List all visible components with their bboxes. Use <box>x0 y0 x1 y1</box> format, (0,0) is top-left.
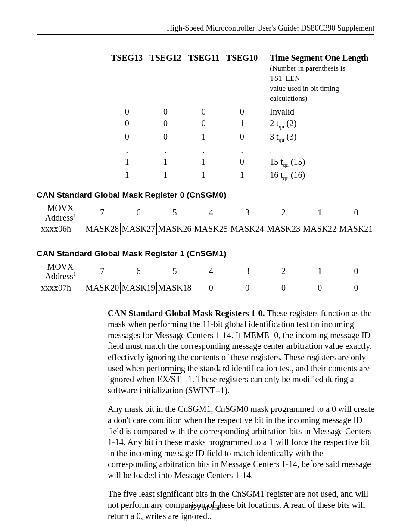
sgm1-table: MOVX Address1 7 6 5 4 3 2 1 0 xxxx07h MA… <box>37 261 374 294</box>
sgm1-cell-2: 0 <box>265 282 302 294</box>
bit-2: 2 <box>265 261 302 282</box>
col-tseg10: TSEG10 <box>223 53 261 106</box>
col-tseg13: TSEG13 <box>108 53 146 106</box>
tseg-cell: 1 <box>185 169 223 183</box>
sgm0-cell-2: MASK23 <box>265 223 302 235</box>
tseg-cell: . <box>146 144 184 156</box>
bit-5: 5 <box>157 261 193 282</box>
tseg-desc: 2 tqu (2) <box>261 118 374 131</box>
sgm0-title: CAN Standard Global Mask Register 0 (CnS… <box>37 190 374 200</box>
desc-sub2: value used in bit timing calculations) <box>270 84 339 103</box>
tseg-desc: 16 tqu (16) <box>261 169 374 183</box>
sgm0-cell-5: MASK26 <box>157 223 193 235</box>
sgm1-address: xxxx07h <box>37 282 84 294</box>
bit-2: 2 <box>265 202 302 223</box>
bit-1: 1 <box>302 261 338 282</box>
sgm0-cell-1: MASK22 <box>302 223 338 235</box>
tseg-cell: 1 <box>146 156 184 169</box>
para-1: CAN Standard Global Mask Registers 1-0. … <box>108 308 374 396</box>
tseg-cell: 0 <box>185 118 223 131</box>
sgm1-cell-1: 0 <box>302 282 338 294</box>
page-footer: 127 of 158 <box>0 504 411 512</box>
tseg-desc: Invalid <box>261 106 374 118</box>
sgm1-cell-4: 0 <box>193 282 229 294</box>
tseg-cell: 1 <box>223 118 261 131</box>
tseg-cell: 0 <box>223 156 261 169</box>
sgm0-movx: MOVX Address1 <box>37 202 84 223</box>
col-tseg11: TSEG11 <box>185 53 223 106</box>
tseg-cell: 0 <box>185 106 223 118</box>
sgm0-cell-4: MASK25 <box>193 223 229 235</box>
col-tseg12: TSEG12 <box>146 53 184 106</box>
tseg-cell: 0 <box>223 131 261 144</box>
col-desc: Time Segment One Length (Number in paren… <box>261 53 374 106</box>
sgm0-cell-0: MASK21 <box>338 223 374 235</box>
bit-0: 0 <box>338 202 374 223</box>
tseg-cell: 0 <box>146 106 184 118</box>
sgm0-cell-3: MASK24 <box>229 223 265 235</box>
running-header: High-Speed Microcontroller User's Guide:… <box>37 24 374 35</box>
bit-7: 7 <box>84 202 120 223</box>
sgm1-title: CAN Standard Global Mask Register 1 (CnS… <box>37 249 374 258</box>
tseg-cell: 0 <box>108 118 146 131</box>
tseg-cell: . <box>108 144 146 156</box>
tseg-cell: 0 <box>146 131 184 144</box>
sgm1-cell-3: 0 <box>229 282 265 294</box>
bit-5: 5 <box>157 202 193 223</box>
sgm1-cell-6: MASK19 <box>120 282 156 294</box>
bit-3: 3 <box>229 261 265 282</box>
bit-4: 4 <box>193 202 229 223</box>
tseg-cell: 1 <box>108 156 146 169</box>
bit-6: 6 <box>120 202 156 223</box>
tseg-desc: 3 tqu (3) <box>261 131 374 144</box>
tseg-cell: 1 <box>223 169 261 183</box>
sgm0-cell-7: MASK28 <box>84 223 120 235</box>
tseg-cell: 0 <box>223 106 261 118</box>
tseg-cell: 1 <box>185 131 223 144</box>
bit-1: 1 <box>302 202 338 223</box>
sgm1-cell-7: MASK20 <box>84 282 120 294</box>
tseg-desc: 15 tqu (15) <box>261 156 374 169</box>
sgm0-cell-6: MASK27 <box>120 223 156 235</box>
sgm1-cell-0: 0 <box>338 282 374 294</box>
tseg-cell: 1 <box>146 169 184 183</box>
tseg-cell: 1 <box>108 169 146 183</box>
tseg-cell: . <box>223 144 261 156</box>
bit-6: 6 <box>120 261 156 282</box>
tseg-cell: 0 <box>146 118 184 131</box>
sgm0-address: xxxx06h <box>37 223 84 235</box>
tseg-cell: . <box>185 144 223 156</box>
bit-4: 4 <box>193 261 229 282</box>
bit-0: 0 <box>338 261 374 282</box>
bit-3: 3 <box>229 202 265 223</box>
body-text: CAN Standard Global Mask Registers 1-0. … <box>108 308 374 522</box>
tseg-cell: 1 <box>185 156 223 169</box>
tseg-table: TSEG13 TSEG12 TSEG11 TSEG10 Time Segment… <box>108 53 374 183</box>
sgm1-cell-5: MASK18 <box>157 282 193 294</box>
sgm1-movx: MOVX Address1 <box>37 261 84 282</box>
tseg-cell: 0 <box>108 106 146 118</box>
desc-sub1: (Number in parenthesis is TS1_LEN <box>270 64 345 82</box>
tseg-desc: . <box>261 144 374 156</box>
tseg-cell: 0 <box>108 131 146 144</box>
bit-7: 7 <box>84 261 120 282</box>
para-2: Any mask bit in the CnSGM1, CnSGM0 mask … <box>108 404 374 481</box>
desc-header: Time Segment One Length <box>270 53 368 62</box>
sgm0-table: MOVX Address1 7 6 5 4 3 2 1 0 xxxx06h MA… <box>37 202 374 236</box>
